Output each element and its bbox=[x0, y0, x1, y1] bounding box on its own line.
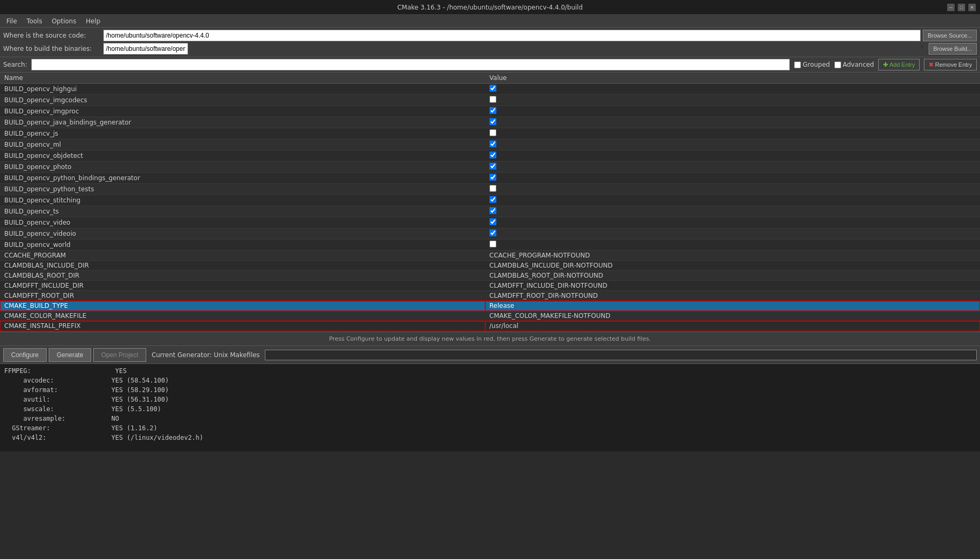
value-checkbox[interactable] bbox=[489, 85, 496, 92]
table-row[interactable]: BUILD_opencv_videoio bbox=[0, 228, 980, 239]
cell-name: BUILD_opencv_stitching bbox=[0, 195, 485, 206]
value-checkbox[interactable] bbox=[489, 241, 496, 247]
table-row[interactable]: BUILD_opencv_java_bindings_generator bbox=[0, 117, 980, 128]
table-row[interactable]: BUILD_opencv_ml bbox=[0, 139, 980, 150]
table-row[interactable]: BUILD_opencv_python_bindings_generator bbox=[0, 173, 980, 184]
cell-value[interactable]: Release bbox=[485, 301, 980, 311]
table-row[interactable]: BUILD_opencv_objdetect bbox=[0, 150, 980, 162]
main-table-area[interactable]: Name Value BUILD_opencv_highguiBUILD_ope… bbox=[0, 73, 980, 332]
cell-value[interactable] bbox=[485, 106, 980, 117]
cell-value[interactable] bbox=[485, 217, 980, 228]
remove-entry-button[interactable]: ✖ Remove Entry bbox=[924, 59, 977, 70]
progress-bar bbox=[265, 350, 977, 360]
cell-value[interactable] bbox=[485, 117, 980, 128]
cell-name: CLAMDBLAS_INCLUDE_DIR bbox=[0, 261, 485, 271]
cell-value[interactable]: CLAMDBLAS_ROOT_DIR-NOTFOUND bbox=[485, 271, 980, 281]
table-row[interactable]: BUILD_opencv_video bbox=[0, 217, 980, 228]
table-row[interactable]: BUILD_opencv_imgproc bbox=[0, 106, 980, 117]
table-row[interactable]: CMAKE_BUILD_TYPERelease bbox=[0, 301, 980, 311]
value-checkbox[interactable] bbox=[489, 196, 496, 203]
cell-name: CLAMDFFT_ROOT_DIR bbox=[0, 291, 485, 301]
cell-value[interactable]: CMAKE_COLOR_MAKEFILE-NOTFOUND bbox=[485, 311, 980, 321]
table-row[interactable]: CMAKE_INSTALL_PREFIX/usr/local bbox=[0, 321, 980, 331]
cell-name: CCACHE_PROGRAM bbox=[0, 251, 485, 261]
cell-value[interactable] bbox=[485, 228, 980, 239]
toolbar: Where is the source code: Browse Source.… bbox=[0, 28, 980, 57]
cell-value[interactable] bbox=[485, 184, 980, 195]
cell-name: CLAMDFFT_INCLUDE_DIR bbox=[0, 281, 485, 291]
browse-source-button[interactable]: Browse Source... bbox=[923, 30, 977, 41]
restore-button[interactable]: □ bbox=[958, 4, 965, 11]
cell-value[interactable]: /usr/local bbox=[485, 321, 980, 331]
cell-name: BUILD_opencv_world bbox=[0, 239, 485, 251]
table-row[interactable]: CLAMDFFT_ROOT_DIRCLAMDFFT_ROOT_DIR-NOTFO… bbox=[0, 291, 980, 301]
value-checkbox[interactable] bbox=[489, 96, 496, 103]
cell-name: BUILD_opencv_python_tests bbox=[0, 184, 485, 195]
search-input[interactable] bbox=[31, 59, 790, 70]
menu-help[interactable]: Help bbox=[82, 16, 104, 26]
cell-name: CMAKE_INSTALL_PREFIX bbox=[0, 321, 485, 331]
advanced-checkbox[interactable] bbox=[834, 61, 841, 68]
table-row[interactable]: BUILD_opencv_photo bbox=[0, 162, 980, 173]
table-row[interactable]: BUILD_opencv_js bbox=[0, 128, 980, 139]
table-row[interactable]: BUILD_opencv_ts bbox=[0, 206, 980, 217]
table-row[interactable]: BUILD_opencv_world bbox=[0, 239, 980, 251]
table-row[interactable]: BUILD_opencv_imgcodecs bbox=[0, 95, 980, 106]
minimize-button[interactable]: ─ bbox=[947, 4, 955, 11]
cell-name: BUILD_opencv_imgproc bbox=[0, 106, 485, 117]
cell-value[interactable] bbox=[485, 139, 980, 150]
value-checkbox[interactable] bbox=[489, 152, 496, 158]
cell-value[interactable]: CCACHE_PROGRAM-NOTFOUND bbox=[485, 251, 980, 261]
value-checkbox[interactable] bbox=[489, 218, 496, 225]
table-row[interactable]: CLAMDBLAS_INCLUDE_DIRCLAMDBLAS_INCLUDE_D… bbox=[0, 261, 980, 271]
cell-value[interactable] bbox=[485, 206, 980, 217]
output-line: avcodec: YES (58.54.100) bbox=[4, 376, 976, 385]
generate-button[interactable]: Generate bbox=[49, 348, 91, 362]
table-row[interactable]: CLAMDFFT_INCLUDE_DIRCLAMDFFT_INCLUDE_DIR… bbox=[0, 281, 980, 291]
source-input[interactable] bbox=[103, 30, 921, 41]
menu-file[interactable]: File bbox=[2, 16, 21, 26]
generator-label: Current Generator: Unix Makefiles bbox=[148, 351, 263, 359]
cell-value[interactable] bbox=[485, 239, 980, 251]
cell-value[interactable]: CLAMDFFT_INCLUDE_DIR-NOTFOUND bbox=[485, 281, 980, 291]
table-row[interactable]: BUILD_opencv_python_tests bbox=[0, 184, 980, 195]
close-button[interactable]: ✕ bbox=[968, 4, 976, 11]
cell-name: BUILD_opencv_ts bbox=[0, 206, 485, 217]
browse-build-button[interactable]: Browse Build... bbox=[929, 43, 977, 55]
table-row[interactable]: CLAMDBLAS_ROOT_DIRCLAMDBLAS_ROOT_DIR-NOT… bbox=[0, 271, 980, 281]
cell-value[interactable] bbox=[485, 162, 980, 173]
cell-value[interactable] bbox=[485, 150, 980, 162]
cell-name: BUILD_opencv_highgui bbox=[0, 84, 485, 95]
value-checkbox[interactable] bbox=[489, 118, 496, 125]
cell-value[interactable]: CLAMDFFT_ROOT_DIR-NOTFOUND bbox=[485, 291, 980, 301]
value-checkbox[interactable] bbox=[489, 129, 496, 136]
build-input[interactable] bbox=[103, 43, 188, 55]
cell-value[interactable]: CLAMDBLAS_INCLUDE_DIR-NOTFOUND bbox=[485, 261, 980, 271]
output-line: FFMPEG: YES bbox=[4, 366, 976, 376]
menu-options[interactable]: Options bbox=[48, 16, 81, 26]
cell-value[interactable] bbox=[485, 195, 980, 206]
cell-value[interactable] bbox=[485, 128, 980, 139]
value-checkbox[interactable] bbox=[489, 207, 496, 214]
table-row[interactable]: CCACHE_PROGRAMCCACHE_PROGRAM-NOTFOUND bbox=[0, 251, 980, 261]
output-area[interactable]: FFMPEG: YES avcodec: YES (58.54.100) avf… bbox=[0, 364, 980, 451]
value-checkbox[interactable] bbox=[489, 140, 496, 147]
table-row[interactable]: BUILD_opencv_highgui bbox=[0, 84, 980, 95]
table-row[interactable]: CMAKE_COLOR_MAKEFILECMAKE_COLOR_MAKEFILE… bbox=[0, 311, 980, 321]
value-checkbox[interactable] bbox=[489, 107, 496, 114]
value-checkbox[interactable] bbox=[489, 174, 496, 181]
add-entry-button[interactable]: ✚ Add Entry bbox=[878, 59, 920, 70]
grouped-checkbox[interactable] bbox=[794, 61, 801, 68]
table-row[interactable]: BUILD_opencv_stitching bbox=[0, 195, 980, 206]
x-icon: ✖ bbox=[929, 61, 933, 68]
open-project-button[interactable]: Open Project bbox=[93, 348, 146, 362]
cell-name: BUILD_opencv_photo bbox=[0, 162, 485, 173]
value-checkbox[interactable] bbox=[489, 185, 496, 192]
configure-button[interactable]: Configure bbox=[3, 348, 47, 362]
cell-value[interactable] bbox=[485, 84, 980, 95]
cell-value[interactable] bbox=[485, 173, 980, 184]
cell-value[interactable] bbox=[485, 95, 980, 106]
value-checkbox[interactable] bbox=[489, 229, 496, 236]
menu-tools[interactable]: Tools bbox=[22, 16, 47, 26]
value-checkbox[interactable] bbox=[489, 163, 496, 170]
